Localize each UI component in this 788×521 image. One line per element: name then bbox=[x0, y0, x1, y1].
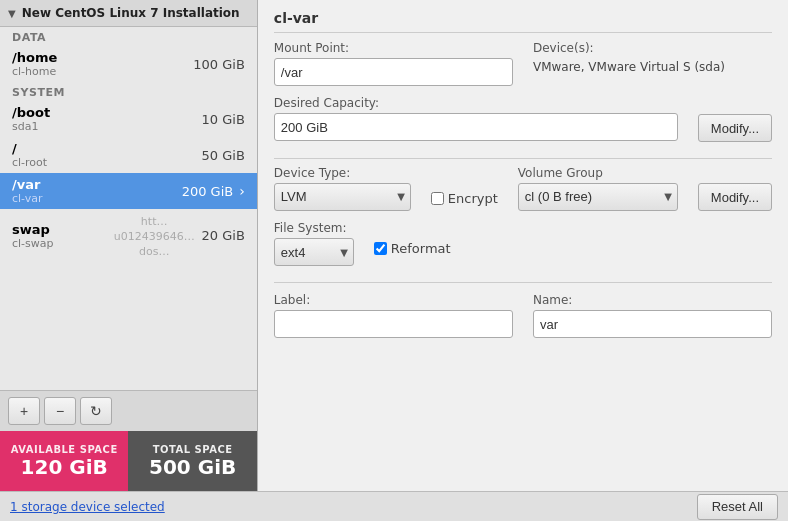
remove-button[interactable]: − bbox=[44, 397, 76, 425]
mount-info-var: /var cl-var bbox=[12, 177, 182, 205]
mount-info-boot: /boot sda1 bbox=[12, 105, 202, 133]
volume-group-select[interactable]: cl (0 B free) bbox=[518, 183, 678, 211]
bottom-buttons: + − ↻ bbox=[0, 390, 257, 431]
total-space-label: TOTAL SPACE bbox=[153, 444, 233, 455]
mount-size-boot: 10 GiB bbox=[202, 112, 245, 127]
mount-point-label: Mount Point: bbox=[274, 41, 513, 55]
mount-path-root: / bbox=[12, 141, 202, 156]
mount-path-home: /home bbox=[12, 50, 193, 65]
mount-size-home: 100 GiB bbox=[193, 57, 245, 72]
available-space-box: AVAILABLE SPACE 120 GiB bbox=[0, 431, 128, 491]
fs-row: File System: ext4 xfs btrfs swap ▼ Refor… bbox=[274, 221, 772, 266]
mount-sub-root: cl-root bbox=[12, 156, 202, 169]
mount-info-swap: swap cl-swap bbox=[12, 222, 107, 250]
content-area: ▼ New CentOS Linux 7 Installation DATA /… bbox=[0, 0, 788, 491]
total-space-value: 500 GiB bbox=[149, 455, 236, 479]
mount-path-boot: /boot bbox=[12, 105, 202, 120]
name-label-row: Label: Name: bbox=[274, 293, 772, 338]
tree-list: DATA /home cl-home 100 GiB SYSTEM /boot … bbox=[0, 27, 257, 390]
encrypt-checkbox[interactable] bbox=[431, 192, 444, 205]
label-group: Label: bbox=[274, 293, 513, 338]
available-space-value: 120 GiB bbox=[21, 455, 108, 479]
mount-item-swap[interactable]: swap cl-swap htt…u012439646…dos… 20 GiB bbox=[0, 209, 257, 262]
vg-select-wrapper: cl (0 B free) ▼ bbox=[518, 183, 678, 211]
add-button[interactable]: + bbox=[8, 397, 40, 425]
mount-size-var: 200 GiB bbox=[182, 184, 234, 199]
mount-info-home: /home cl-home bbox=[12, 50, 193, 78]
label-input[interactable] bbox=[274, 310, 513, 338]
device-info-text: VMware, VMware Virtual S (sda) bbox=[533, 60, 772, 74]
modify-button-1[interactable]: Modify... bbox=[698, 114, 772, 142]
mount-item-root[interactable]: / cl-root 50 GiB bbox=[0, 137, 257, 173]
capacity-label: Desired Capacity: bbox=[274, 96, 678, 110]
selected-arrow-icon: › bbox=[239, 183, 245, 199]
space-row: AVAILABLE SPACE 120 GiB TOTAL SPACE 500 … bbox=[0, 431, 257, 491]
reformat-group: Reformat bbox=[374, 241, 451, 256]
volume-group-group: Volume Group cl (0 B free) ▼ bbox=[518, 166, 678, 211]
section-data-label: DATA bbox=[0, 27, 257, 46]
reformat-checkbox[interactable] bbox=[374, 242, 387, 255]
mount-sub-var: cl-var bbox=[12, 192, 182, 205]
label-field-label: Label: bbox=[274, 293, 513, 307]
mount-item-home[interactable]: /home cl-home 100 GiB bbox=[0, 46, 257, 82]
right-panel: cl-var Mount Point: Device(s): VMware, V… bbox=[258, 0, 788, 491]
swap-blurred-text: htt…u012439646…dos… bbox=[114, 215, 195, 258]
storage-device-link[interactable]: 1 storage device selected bbox=[10, 500, 165, 514]
mount-point-input[interactable] bbox=[274, 58, 513, 86]
encrypt-label[interactable]: Encrypt bbox=[448, 191, 498, 206]
tree-header: ▼ New CentOS Linux 7 Installation bbox=[0, 0, 257, 27]
capacity-input[interactable] bbox=[274, 113, 678, 141]
mount-path-var: /var bbox=[12, 177, 182, 192]
device-type-group: Device Type: LVM Standard Partition BTRF… bbox=[274, 166, 411, 211]
fs-label: File System: bbox=[274, 221, 354, 235]
mount-device-row: Mount Point: Device(s): VMware, VMware V… bbox=[274, 41, 772, 86]
left-panel: ▼ New CentOS Linux 7 Installation DATA /… bbox=[0, 0, 258, 491]
mount-item-boot[interactable]: /boot sda1 10 GiB bbox=[0, 101, 257, 137]
name-input[interactable] bbox=[533, 310, 772, 338]
mount-point-group: Mount Point: bbox=[274, 41, 513, 86]
refresh-button[interactable]: ↻ bbox=[80, 397, 112, 425]
capacity-group: Desired Capacity: bbox=[274, 96, 678, 142]
panel-title: cl-var bbox=[274, 10, 772, 33]
volume-group-label: Volume Group bbox=[518, 166, 678, 180]
section-system-label: SYSTEM bbox=[0, 82, 257, 101]
devices-group: Device(s): VMware, VMware Virtual S (sda… bbox=[533, 41, 772, 86]
tree-header-title: New CentOS Linux 7 Installation bbox=[22, 6, 240, 20]
capacity-row: Desired Capacity: Modify... bbox=[274, 96, 772, 142]
mount-info-root: / cl-root bbox=[12, 141, 202, 169]
mount-item-var[interactable]: /var cl-var 200 GiB › bbox=[0, 173, 257, 209]
total-space-box: TOTAL SPACE 500 GiB bbox=[128, 431, 256, 491]
name-field-label: Name: bbox=[533, 293, 772, 307]
modify-button-2[interactable]: Modify... bbox=[698, 183, 772, 211]
device-type-select-wrapper: LVM Standard Partition BTRFS ▼ bbox=[274, 183, 411, 211]
reset-all-button[interactable]: Reset All bbox=[697, 494, 778, 520]
tree-collapse-arrow[interactable]: ▼ bbox=[8, 8, 16, 19]
mount-size-root: 50 GiB bbox=[202, 148, 245, 163]
mount-path-swap: swap bbox=[12, 222, 107, 237]
encrypt-group: Encrypt bbox=[431, 191, 498, 206]
fs-select[interactable]: ext4 xfs btrfs swap bbox=[274, 238, 354, 266]
devices-label: Device(s): bbox=[533, 41, 772, 55]
device-type-label: Device Type: bbox=[274, 166, 411, 180]
divider-2 bbox=[274, 282, 772, 283]
name-group: Name: bbox=[533, 293, 772, 338]
mount-sub-swap: cl-swap bbox=[12, 237, 107, 250]
mount-size-swap: 20 GiB bbox=[202, 228, 245, 243]
available-space-label: AVAILABLE SPACE bbox=[11, 444, 118, 455]
fs-group: File System: ext4 xfs btrfs swap ▼ bbox=[274, 221, 354, 266]
reformat-label[interactable]: Reformat bbox=[391, 241, 451, 256]
status-bar: 1 storage device selected Reset All bbox=[0, 491, 788, 521]
mount-sub-boot: sda1 bbox=[12, 120, 202, 133]
device-type-select[interactable]: LVM Standard Partition BTRFS bbox=[274, 183, 411, 211]
device-type-row: Device Type: LVM Standard Partition BTRF… bbox=[274, 165, 772, 211]
main-container: ▼ New CentOS Linux 7 Installation DATA /… bbox=[0, 0, 788, 521]
fs-select-wrapper: ext4 xfs btrfs swap ▼ bbox=[274, 238, 354, 266]
mount-sub-home: cl-home bbox=[12, 65, 193, 78]
divider-1 bbox=[274, 158, 772, 159]
